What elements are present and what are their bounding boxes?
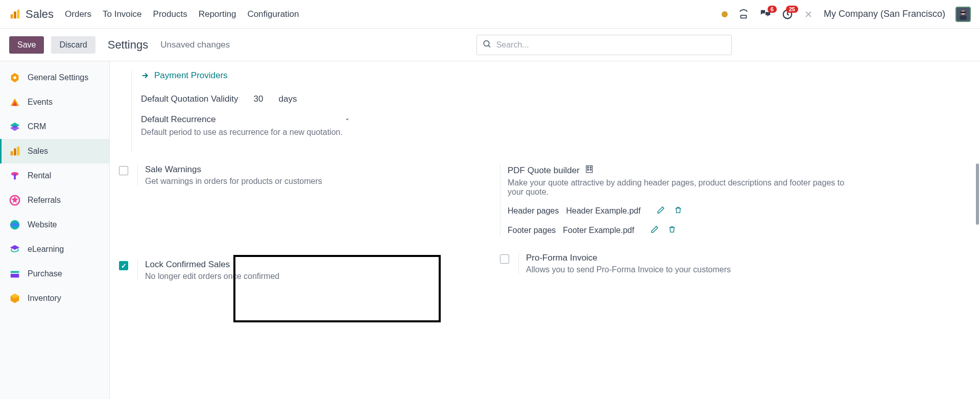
svg-point-9	[484, 40, 489, 46]
events-icon	[9, 97, 20, 108]
sidebar-item-label: CRM	[28, 122, 46, 131]
brand[interactable]: Sales	[9, 8, 54, 21]
svg-rect-25	[590, 167, 591, 168]
lock-confirmed-checkbox[interactable]	[119, 261, 128, 270]
proforma-title: Pro-Forma Invoice	[526, 253, 731, 263]
discard-button[interactable]: Discard	[51, 36, 95, 54]
header-file-name[interactable]: Header Example.pdf	[566, 206, 641, 216]
scrollbar-thumb[interactable]	[976, 163, 979, 225]
unsaved-changes-label: Unsaved changes	[160, 40, 230, 50]
quotation-validity-row: Default Quotation Validity 30 days	[141, 94, 861, 104]
sidebar-item-label: Purchase	[28, 269, 62, 278]
sidebar-item-website[interactable]: Website	[0, 213, 109, 237]
header-pages-label: Header pages	[508, 206, 559, 216]
sidebar-item-label: General Settings	[28, 73, 88, 82]
footer-edit-icon[interactable]	[651, 225, 659, 236]
gear-icon	[9, 72, 20, 83]
payment-providers-link[interactable]: Payment Providers	[141, 71, 861, 81]
sidebar-item-events[interactable]: Events	[0, 90, 109, 114]
footer-file-row: Footer pages Footer Example.pdf	[508, 225, 861, 236]
sidebar-item-crm[interactable]: CRM	[0, 114, 109, 139]
svg-rect-17	[14, 174, 16, 179]
sidebar-item-label: Website	[28, 220, 57, 229]
sidebar-item-purchase[interactable]: Purchase	[0, 262, 109, 286]
sidebar-item-referrals[interactable]: Referrals	[0, 188, 109, 213]
sale-warnings-checkbox[interactable]	[119, 166, 128, 175]
svg-rect-13	[11, 151, 13, 155]
menu-reporting[interactable]: Reporting	[199, 9, 236, 19]
search-input[interactable]	[476, 35, 732, 55]
setting-lock-confirmed: Lock Confirmed Sales No longer edit orde…	[119, 257, 480, 296]
svg-rect-0	[11, 14, 13, 18]
svg-rect-7	[960, 15, 967, 20]
header-file-row: Header pages Header Example.pdf	[508, 206, 861, 216]
setting-proforma: Pro-Forma Invoice Allows you to send Pro…	[500, 251, 861, 290]
settings-col-right: PDF Quote builder Make your quote attrac…	[500, 162, 861, 296]
settings-content[interactable]: Payment Providers Default Quotation Vali…	[110, 61, 980, 399]
quotation-validity-value[interactable]: 30	[254, 94, 264, 104]
tools-icon[interactable]	[803, 9, 814, 19]
pdf-quote-title: PDF Quote builder	[508, 165, 861, 176]
default-recurrence-label: Default Recurrence	[141, 114, 216, 125]
setting-sale-warnings: Sale Warnings Get warnings in orders for…	[119, 162, 480, 201]
save-button[interactable]: Save	[9, 36, 44, 54]
svg-rect-22	[11, 274, 19, 277]
lock-confirmed-title: Lock Confirmed Sales	[145, 260, 279, 270]
sidebar-item-label: Inventory	[28, 294, 61, 303]
setting-pdf-quote: PDF Quote builder Make your quote attrac…	[500, 162, 861, 251]
svg-rect-14	[14, 149, 16, 156]
status-dot-icon[interactable]	[722, 11, 728, 17]
purchase-icon	[9, 268, 20, 279]
elearning-icon	[9, 244, 20, 255]
control-bar: Save Discard Settings Unsaved changes	[0, 29, 980, 61]
activities-badge: 25	[786, 6, 798, 13]
sidebar-item-rental[interactable]: Rental	[0, 163, 109, 188]
quotation-validity-label: Default Quotation Validity	[141, 94, 238, 104]
svg-rect-27	[590, 169, 591, 170]
sidebar-item-elearning[interactable]: eLearning	[0, 237, 109, 262]
user-avatar[interactable]	[955, 7, 971, 22]
sidebar-item-label: eLearning	[28, 245, 64, 254]
activities-icon[interactable]: 25	[782, 9, 793, 20]
pdf-quote-desc: Make your quote attractive by adding hea…	[508, 178, 861, 197]
inventory-icon	[9, 293, 20, 304]
menu-orders[interactable]: Orders	[65, 9, 91, 19]
menu-to-invoice[interactable]: To Invoice	[103, 9, 142, 19]
svg-point-20	[10, 223, 19, 226]
search-icon	[483, 39, 492, 50]
header-edit-icon[interactable]	[657, 206, 665, 216]
sidebar-item-label: Events	[28, 98, 53, 107]
footer-file-name[interactable]: Footer Example.pdf	[563, 226, 634, 235]
footer-delete-icon[interactable]	[668, 225, 676, 236]
quotation-validity-unit: days	[279, 94, 297, 104]
sidebar-item-inventory[interactable]: Inventory	[0, 286, 109, 311]
svg-rect-21	[11, 271, 19, 273]
sale-warnings-title: Sale Warnings	[145, 165, 322, 175]
svg-line-10	[488, 45, 490, 47]
sale-warnings-desc: Get warnings in orders for products or c…	[145, 177, 322, 186]
proforma-desc: Allows you to send Pro-Forma Invoice to …	[526, 265, 731, 274]
sidebar-item-general-settings[interactable]: General Settings	[0, 65, 109, 90]
svg-rect-1	[14, 11, 16, 18]
company-switcher[interactable]: My Company (San Francisco)	[824, 9, 945, 19]
default-recurrence-row: Default Recurrence	[141, 114, 350, 125]
recurrence-help-text: Default period to use as recurrence for …	[141, 128, 861, 137]
svg-point-12	[13, 76, 16, 79]
header-delete-icon[interactable]	[674, 206, 682, 216]
voip-icon[interactable]	[738, 9, 749, 20]
sidebar-item-label: Sales	[28, 147, 48, 156]
messages-badge: 6	[768, 6, 777, 13]
payment-providers-label: Payment Providers	[154, 71, 228, 81]
top-nav-left: Sales Orders To Invoice Products Reporti…	[9, 8, 299, 21]
settings-col-left: Sale Warnings Get warnings in orders for…	[119, 162, 480, 296]
pdf-quote-title-text: PDF Quote builder	[508, 166, 580, 176]
messages-icon[interactable]: 6	[759, 9, 772, 20]
svg-rect-24	[587, 167, 588, 168]
proforma-checkbox[interactable]	[500, 254, 509, 264]
settings-sidebar: General Settings Events CRM Sales Rental…	[0, 61, 110, 399]
menu-products[interactable]: Products	[153, 9, 187, 19]
recurrence-dropdown-caret[interactable]	[344, 115, 350, 124]
sales-app-icon	[9, 9, 20, 20]
menu-configuration[interactable]: Configuration	[247, 9, 299, 19]
sidebar-item-sales[interactable]: Sales	[0, 139, 109, 163]
